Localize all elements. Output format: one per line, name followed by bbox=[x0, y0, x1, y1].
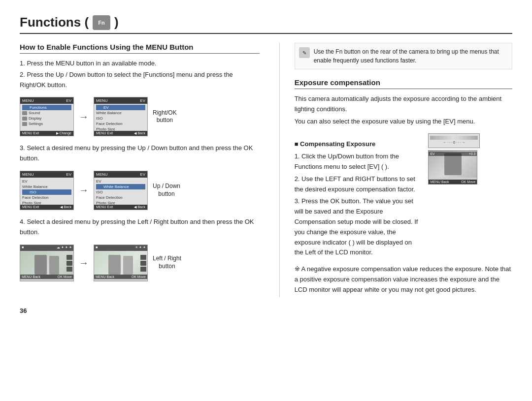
comp-bullet: ■ Compensating Exposure bbox=[295, 139, 421, 150]
title-close-paren: ) bbox=[114, 15, 119, 30]
screen-functions-menu: MENU EV Functions Sound Display bbox=[20, 97, 74, 136]
arrow-step3: → bbox=[79, 185, 89, 196]
exposure-text: ■ Compensating Exposure 1. Click the Up/… bbox=[295, 133, 421, 259]
screen-exposure-photo1: EV+0.3 MENU Back OK Move bbox=[428, 150, 477, 185]
right-column: ✎ Use the Fn button on the rear of the c… bbox=[279, 43, 512, 297]
screen-updown-before: MENU EV EV White Balance ISO Face Detect… bbox=[20, 171, 74, 210]
arrow-step4: → bbox=[79, 257, 89, 269]
page-number: 36 bbox=[20, 307, 512, 314]
exposure-para1: This camera automatically adjusts the ex… bbox=[295, 94, 512, 115]
screen-leftright-before: ■☁ ✦ ✦ ✦ MENU BackOK Move bbox=[20, 245, 74, 281]
updown-label: Up / Downbutton bbox=[153, 183, 180, 198]
page-title: Functions ( ) bbox=[20, 15, 512, 34]
comp-step-1: 1. Click the Up/Down button from the Fun… bbox=[295, 152, 421, 172]
screen-submenu: MENU EV EV White Balance ISO Face Detect… bbox=[94, 97, 148, 136]
exposure-section: This camera automatically adjusts the ex… bbox=[295, 94, 512, 295]
exposure-screens: ← · · · 0 · · · → EV+0.3 MENU Back OK Mo… bbox=[428, 133, 512, 259]
rightok-label: Right/OKbutton bbox=[153, 109, 177, 124]
note-icon: ✎ bbox=[299, 47, 310, 58]
exposure-para2: You can also select the exposure value b… bbox=[295, 117, 512, 127]
screen-ev-scale: ← · · · 0 · · · → bbox=[428, 133, 480, 148]
step2-screen-group: MENU EV Functions Sound Display bbox=[20, 97, 260, 136]
note-text: Use the Fn button on the rear of the cam… bbox=[314, 47, 508, 65]
note-asterisk: ※ A negative exposure compensation value… bbox=[295, 264, 512, 295]
section-title-exposure: Exposure compensation bbox=[295, 78, 512, 89]
step4-text: 4. Select a desired menu by pressing the… bbox=[20, 217, 260, 238]
comp-steps: 1. Click the Up/Down button from the Fun… bbox=[295, 152, 421, 258]
arrow-step2: → bbox=[79, 111, 89, 123]
left-column: How to Enable Functions Using the MENU B… bbox=[20, 43, 260, 297]
exposure-inline: ■ Compensating Exposure 1. Click the Up/… bbox=[295, 133, 512, 259]
section-title-functions: How to Enable Functions Using the MENU B… bbox=[20, 43, 260, 54]
steps-intro: 1. Press the MENU button in an available… bbox=[20, 59, 260, 90]
note-box: ✎ Use the Fn button on the rear of the c… bbox=[295, 43, 512, 69]
step3-screen-group: MENU EV EV White Balance ISO Face Detect… bbox=[20, 171, 260, 210]
title-text: Functions ( bbox=[20, 15, 89, 30]
comp-step-3: 3. Press the OK button. The value you se… bbox=[295, 196, 421, 258]
screen-updown-after: MENU EV EV White Balance ISO Face Detect… bbox=[94, 171, 148, 210]
comp-step-2: 2. Use the LEFT and RIGHT buttons to set… bbox=[295, 174, 421, 195]
screen-leftright-after: ■☀ ✦ ✦ MENU BackOK Move bbox=[94, 245, 148, 281]
step3-text: 3. Select a desired menu by pressing the… bbox=[20, 143, 260, 164]
step4-screen-group: ■☁ ✦ ✦ ✦ MENU BackOK Move → bbox=[20, 245, 260, 281]
fn-icon bbox=[93, 15, 110, 30]
comp-list: ■ Compensating Exposure 1. Click the Up/… bbox=[295, 139, 421, 258]
leftright-label: Left / Rightbutton bbox=[153, 255, 181, 270]
